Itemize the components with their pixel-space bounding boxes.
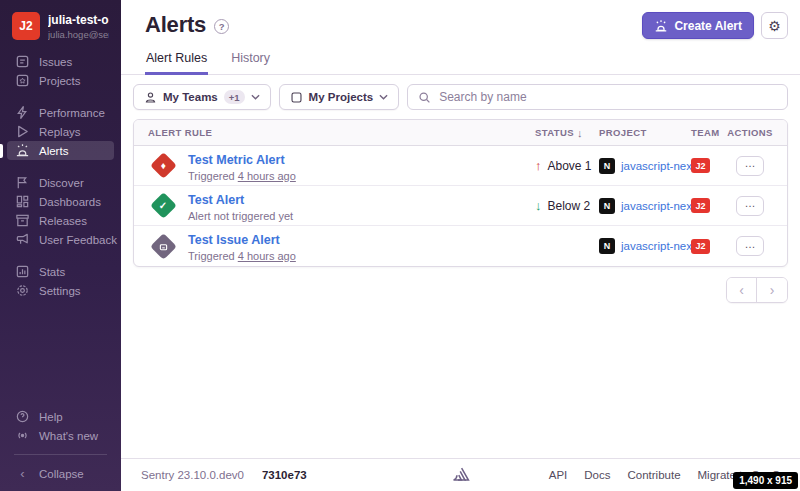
- sidebar-item-label: Replays: [39, 126, 81, 138]
- rule-text: Test Metric Alert Triggered 4 hours ago: [188, 150, 296, 182]
- page-title: Alerts: [145, 12, 206, 38]
- chevron-left-icon: ‹: [15, 467, 30, 480]
- subtext-time-link[interactable]: 4 hours ago: [238, 170, 296, 182]
- subtext-prefix: Alert not triggered yet: [188, 210, 293, 222]
- sidebar-item-label: User Feedback: [39, 234, 117, 246]
- nextjs-platform-icon: N: [599, 238, 615, 254]
- sidebar-item-issues[interactable]: Issues: [7, 52, 114, 71]
- projects-filter-label: My Projects: [309, 91, 374, 103]
- header-actions: Create Alert ⚙: [642, 12, 788, 39]
- critical-diamond-icon: ♦: [150, 152, 177, 179]
- page-header: Alerts ? Create Alert ⚙: [121, 0, 800, 39]
- footer: Sentry 23.10.0.dev0 7310e73 API Docs Con…: [121, 458, 800, 491]
- status-text: Above 1: [548, 159, 592, 173]
- rule-subtext: Triggered 4 hours ago: [188, 170, 296, 182]
- rule-subtext: Triggered 4 hours ago: [188, 250, 296, 262]
- team-badge[interactable]: J2: [691, 158, 710, 173]
- alerts-settings-button[interactable]: ⚙: [761, 12, 788, 39]
- teams-filter-label: My Teams: [163, 91, 218, 103]
- build-hash[interactable]: 7310e73: [262, 469, 307, 481]
- sidebar-item-label: Performance: [39, 107, 105, 119]
- sidebar: J2 julia-test-org-2 … julia.hoge@sentry.…: [0, 0, 121, 491]
- row-actions-button[interactable]: …: [736, 156, 764, 176]
- rule-name-link[interactable]: Test Alert: [188, 193, 244, 207]
- org-avatar[interactable]: J2: [12, 12, 40, 40]
- sidebar-item-dashboards[interactable]: Dashboards: [7, 192, 114, 211]
- sidebar-item-user-feedback[interactable]: User Feedback: [7, 230, 114, 249]
- status-text: Below 2: [548, 199, 591, 213]
- status-cell: ↓ Below 2: [535, 198, 599, 213]
- org-email: julia.hoge@sentry.io: [48, 29, 109, 40]
- sidebar-item-discover[interactable]: Discover: [7, 173, 114, 192]
- user-feedback-icon: [15, 232, 30, 247]
- severity-icon-wrap: ♦: [148, 151, 178, 181]
- subtext-time-link[interactable]: 4 hours ago: [238, 250, 296, 262]
- sidebar-item-label: Releases: [39, 215, 87, 227]
- sidebar-item-alerts[interactable]: Alerts: [7, 141, 114, 160]
- settings-gear-icon: [15, 283, 30, 298]
- project-cell: N javascript-nextjs: [599, 238, 691, 254]
- sidebar-item-help[interactable]: Help: [7, 407, 114, 426]
- sidebar-item-performance[interactable]: Performance: [7, 103, 114, 122]
- sidebar-item-label: Issues: [39, 56, 72, 68]
- filter-bar: My Teams +1 My Projects: [133, 84, 788, 110]
- tab-alert-rules[interactable]: Alert Rules: [145, 47, 208, 75]
- team-badge[interactable]: J2: [691, 198, 710, 213]
- prev-page-button[interactable]: ‹: [727, 278, 757, 302]
- row-actions-button[interactable]: …: [736, 196, 764, 216]
- window-size-overlay: 1,490 x 915: [733, 472, 798, 489]
- rule-name-link[interactable]: Test Issue Alert: [188, 233, 280, 247]
- sidebar-item-label: Discover: [39, 177, 84, 189]
- col-team: Team: [691, 127, 727, 138]
- siren-icon: [654, 19, 668, 33]
- footer-link-contribute[interactable]: Contribute: [627, 469, 680, 481]
- col-status[interactable]: Status ↓: [535, 127, 599, 139]
- content-area: My Teams +1 My Projects Alert Rule Statu…: [121, 75, 800, 303]
- footer-link-docs[interactable]: Docs: [584, 469, 610, 481]
- sidebar-item-projects[interactable]: Projects: [7, 71, 114, 90]
- org-switcher[interactable]: J2 julia-test-org-2 … julia.hoge@sentry.…: [0, 10, 121, 52]
- tab-history[interactable]: History: [230, 47, 271, 75]
- sidebar-item-label: Help: [39, 411, 63, 423]
- rule-subtext: Alert not triggered yet: [188, 210, 293, 222]
- user-icon: [144, 91, 157, 104]
- col-project: Project: [599, 127, 691, 138]
- projects-filter-dropdown[interactable]: My Projects: [279, 84, 400, 110]
- check-icon: ✓: [159, 200, 167, 210]
- releases-icon: [15, 213, 30, 228]
- active-indicator: [0, 144, 3, 158]
- title-wrap: Alerts ?: [145, 12, 229, 38]
- sidebar-item-replays[interactable]: Replays: [7, 122, 114, 141]
- footer-link-api[interactable]: API: [549, 469, 568, 481]
- sidebar-item-label: Alerts: [39, 145, 68, 157]
- issue-diamond-icon: [150, 233, 177, 260]
- issues-icon: [15, 54, 30, 69]
- status-cell: ↑ Above 1: [535, 158, 599, 173]
- help-icon: [15, 409, 30, 424]
- next-page-button[interactable]: ›: [757, 278, 787, 302]
- rule-text: Test Alert Alert not triggered yet: [188, 190, 293, 222]
- sidebar-item-releases[interactable]: Releases: [7, 211, 114, 230]
- stats-icon: [15, 264, 30, 279]
- sidebar-item-settings[interactable]: Settings: [7, 281, 114, 300]
- arrow-up-icon: ↑: [535, 158, 542, 173]
- project-cell: N javascript-nextjs: [599, 198, 691, 214]
- org-meta: julia-test-org-2 … julia.hoge@sentry.io: [48, 12, 109, 40]
- create-alert-button[interactable]: Create Alert: [642, 12, 754, 39]
- sidebar-item-label: Stats: [39, 266, 65, 278]
- row-actions-button[interactable]: …: [736, 236, 764, 256]
- page-help-icon[interactable]: ?: [214, 19, 229, 34]
- search-box[interactable]: [407, 84, 788, 110]
- sidebar-group-observability: Performance Replays Alerts: [0, 103, 121, 160]
- search-input[interactable]: [439, 90, 777, 104]
- teams-filter-dropdown[interactable]: My Teams +1: [133, 84, 271, 110]
- team-cell: J2: [691, 239, 727, 254]
- sidebar-item-stats[interactable]: Stats: [7, 262, 114, 281]
- actions-cell: …: [727, 156, 773, 176]
- sidebar-item-whats-new[interactable]: What's new: [7, 426, 114, 445]
- broadcast-icon: [15, 428, 30, 443]
- sidebar-collapse-button[interactable]: ‹ Collapse: [7, 464, 114, 483]
- rule-name-link[interactable]: Test Metric Alert: [188, 153, 285, 167]
- sidebar-item-label: Dashboards: [39, 196, 101, 208]
- team-badge[interactable]: J2: [691, 239, 710, 254]
